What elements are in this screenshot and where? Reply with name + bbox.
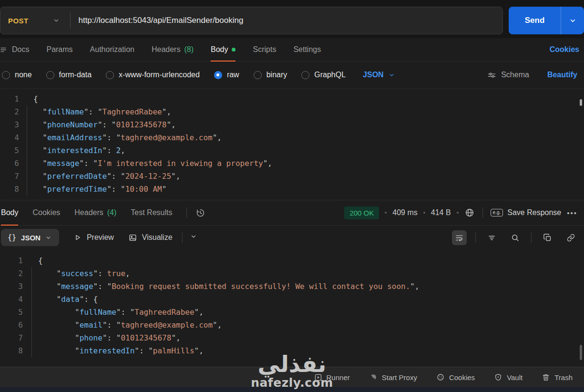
send-options-button[interactable] [561,7,584,34]
body-type-row: none form-data x-www-form-urlencoded raw… [0,62,584,88]
footer-cookies-button[interactable]: Cookies [436,373,475,382]
send-button[interactable]: Send [509,7,561,34]
response-tab-body[interactable]: Body [1,200,18,226]
dot-separator [457,212,459,214]
code-text: "data": { [31,293,98,306]
sliders-icon [487,71,496,80]
tab-authorization[interactable]: Authorization [90,38,134,61]
response-tab-cookies[interactable]: Cookies [32,200,60,225]
code-line: 6 "message": "I'm interested in viewing … [0,157,584,170]
visualize-label: Visualize [142,233,173,242]
code-line: 2 "fullName": "TaghreedRabee", [0,105,584,118]
preview-button[interactable]: Preview [73,233,114,242]
docs-list-icon [0,46,8,54]
url-bar: POST [0,7,503,34]
radio-form-data[interactable]: form-data [46,71,92,79]
dot-separator [385,212,387,214]
response-size[interactable]: 414 B [431,208,451,217]
code-line: 1{ [0,93,584,105]
image-icon [128,233,137,242]
method-label: POST [8,17,28,25]
tab-body[interactable]: Body [211,38,236,62]
radio-graphql-label: GraphQL [314,71,346,79]
footer-cookies-label: Cookies [449,373,475,382]
code-line: 2 "success": true, [0,267,584,280]
code-text: { [31,254,43,267]
response-history-button[interactable] [195,200,205,225]
line-number: 8 [0,344,31,357]
tab-authorization-label: Authorization [90,45,134,54]
schema-button[interactable]: Schema [487,71,529,80]
dot-separator [423,212,425,214]
tab-docs-label: Docs [12,45,29,54]
line-number: 4 [0,131,27,144]
line-number: 8 [0,183,27,196]
response-header: Body Cookies Headers (4) Test Results 20… [0,200,584,226]
raw-format-select[interactable]: JSON [363,71,395,79]
radio-none[interactable]: none [2,71,32,79]
tab-body-label: Body [211,45,228,54]
response-body-editor[interactable]: 1{2 "success": true,3 "message": "Bookin… [0,249,584,367]
search-button[interactable] [508,230,523,245]
more-options-button[interactable]: ••• [567,209,577,217]
headers-count-badge: (8) [184,45,194,54]
history-clock-icon [195,208,205,218]
radio-graphql[interactable]: GraphQL [301,71,346,79]
response-tab-test-results[interactable]: Test Results [131,200,172,225]
play-outline-icon [73,233,82,242]
line-number: 5 [0,144,27,157]
radio-raw[interactable]: raw [214,71,239,79]
tab-params[interactable]: Params [46,38,72,61]
globe-network-icon[interactable] [464,207,475,218]
tab-scripts[interactable]: Scripts [253,38,276,61]
trash-icon [542,373,550,382]
code-line: 7 "phone": "01012345678", [0,331,584,344]
request-editor-scrollbar[interactable] [580,99,582,106]
status-badge[interactable]: 200 OK [344,206,379,219]
chevron-down-icon [53,17,60,24]
more-views-button[interactable] [190,233,197,242]
tab-headers-label: Headers [152,45,180,54]
line-number: 2 [0,105,27,118]
response-time[interactable]: 409 ms [392,208,417,217]
chevron-down-icon [45,235,51,241]
wrap-text-button[interactable] [452,230,467,245]
line-number: 6 [0,157,27,170]
tab-headers[interactable]: Headers (8) [152,38,194,61]
line-number: 5 [0,306,31,319]
radio-binary[interactable]: binary [254,71,287,79]
url-input[interactable] [71,16,502,25]
send-split-button: Send [509,7,584,34]
response-format-select[interactable]: {} JSON [1,229,59,246]
runner-play-icon [314,373,322,382]
line-number: 7 [0,331,31,344]
beautify-button[interactable]: Beautify [547,71,577,79]
runner-button[interactable]: Runner [314,373,350,382]
cookies-link[interactable]: Cookies [550,38,584,61]
tab-docs[interactable]: Docs [0,38,29,61]
radio-circle [301,71,309,79]
code-text: "message": "I'm interested in viewing a … [27,157,272,170]
method-selector[interactable]: POST [0,17,70,25]
radio-circle [2,71,10,79]
trash-button[interactable]: Trash [542,373,573,382]
link-button[interactable] [564,230,578,245]
start-proxy-button[interactable]: Start Proxy [369,373,417,382]
tab-settings[interactable]: Settings [293,38,321,61]
request-body-editor[interactable]: 1{2 "fullName": "TaghreedRabee",3 "phone… [0,88,584,200]
visualize-button[interactable]: Visualize [128,233,173,242]
code-text: "message": "Booking request submitted su… [31,280,420,293]
chevron-down-icon [569,17,576,24]
response-editor-scrollbar[interactable] [580,345,582,360]
postman-app: POST Send Docs Params [0,0,584,392]
save-response-button[interactable]: e.g. Save Response [491,208,562,217]
filter-button[interactable] [484,230,499,245]
code-line: 8 "preferredTime": "10:00 AM" [0,183,584,196]
copy-button[interactable] [540,230,555,245]
code-line: 1{ [0,254,584,267]
response-tabs: Body Cookies Headers (4) Test Results [0,200,205,225]
vault-button[interactable]: Vault [494,373,523,382]
response-tab-headers[interactable]: Headers (4) [74,200,116,225]
braces-icon: {} [8,233,16,242]
radio-urlencoded[interactable]: x-www-form-urlencoded [106,71,200,79]
